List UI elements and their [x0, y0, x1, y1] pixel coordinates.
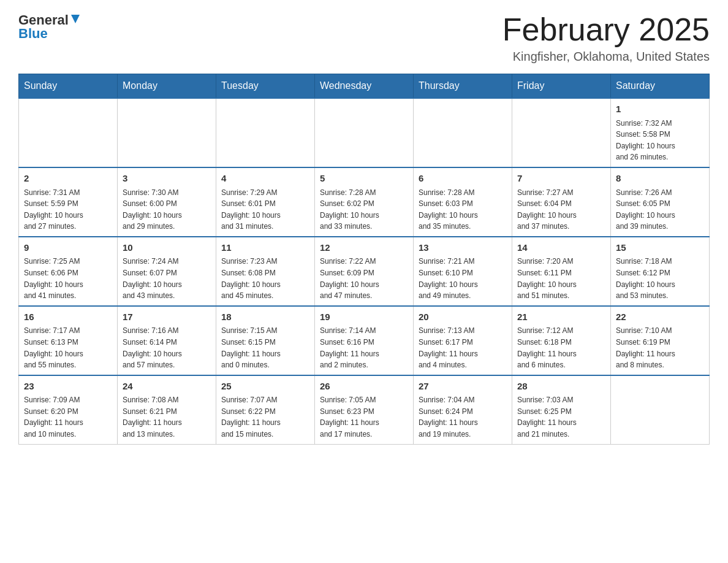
calendar-cell: 1Sunrise: 7:32 AMSunset: 5:58 PMDaylight…	[611, 98, 710, 167]
day-number: 2	[24, 172, 112, 186]
day-info: Sunrise: 7:07 AMSunset: 6:22 PMDaylight:…	[221, 394, 309, 440]
day-number: 24	[123, 380, 211, 394]
day-number: 11	[221, 241, 309, 255]
calendar-cell: 21Sunrise: 7:12 AMSunset: 6:18 PMDayligh…	[512, 306, 611, 375]
calendar-cell: 27Sunrise: 7:04 AMSunset: 6:24 PMDayligh…	[414, 375, 512, 444]
day-info: Sunrise: 7:14 AMSunset: 6:16 PMDaylight:…	[320, 325, 408, 370]
day-info: Sunrise: 7:18 AMSunset: 6:12 PMDaylight:…	[616, 256, 704, 301]
day-info: Sunrise: 7:16 AMSunset: 6:14 PMDaylight:…	[123, 325, 211, 370]
day-number: 18	[221, 310, 309, 324]
day-number: 23	[24, 380, 112, 394]
calendar-cell: 24Sunrise: 7:08 AMSunset: 6:21 PMDayligh…	[118, 375, 216, 444]
calendar-cell: 26Sunrise: 7:05 AMSunset: 6:23 PMDayligh…	[315, 375, 414, 444]
logo-triangle-icon	[69, 12, 82, 28]
calendar-cell: 28Sunrise: 7:03 AMSunset: 6:25 PMDayligh…	[512, 375, 611, 444]
day-info: Sunrise: 7:09 AMSunset: 6:20 PMDaylight:…	[24, 394, 112, 440]
calendar-cell: 2Sunrise: 7:31 AMSunset: 5:59 PMDaylight…	[19, 167, 118, 237]
day-number: 9	[24, 241, 112, 255]
day-number: 20	[419, 310, 507, 324]
day-info: Sunrise: 7:13 AMSunset: 6:17 PMDaylight:…	[419, 325, 507, 370]
page-header: General Blue February 2025 Kingfisher, O…	[18, 12, 710, 64]
day-info: Sunrise: 7:30 AMSunset: 6:00 PMDaylight:…	[123, 187, 211, 232]
calendar-cell	[315, 98, 414, 167]
day-info: Sunrise: 7:23 AMSunset: 6:08 PMDaylight:…	[221, 256, 309, 301]
day-number: 25	[221, 380, 309, 394]
title-section: February 2025 Kingfisher, Oklahoma, Unit…	[502, 12, 710, 64]
day-info: Sunrise: 7:31 AMSunset: 5:59 PMDaylight:…	[24, 187, 112, 232]
day-info: Sunrise: 7:17 AMSunset: 6:13 PMDaylight:…	[24, 325, 112, 370]
calendar-cell: 13Sunrise: 7:21 AMSunset: 6:10 PMDayligh…	[414, 237, 512, 306]
day-info: Sunrise: 7:15 AMSunset: 6:15 PMDaylight:…	[221, 325, 309, 370]
week-row-5: 23Sunrise: 7:09 AMSunset: 6:20 PMDayligh…	[19, 375, 710, 444]
day-number: 14	[517, 241, 605, 255]
calendar-title: February 2025	[502, 12, 710, 47]
day-info: Sunrise: 7:20 AMSunset: 6:11 PMDaylight:…	[517, 256, 605, 301]
day-header-sunday: Sunday	[19, 74, 118, 99]
day-info: Sunrise: 7:04 AMSunset: 6:24 PMDaylight:…	[419, 394, 507, 440]
calendar-cell: 3Sunrise: 7:30 AMSunset: 6:00 PMDaylight…	[118, 167, 216, 237]
day-info: Sunrise: 7:32 AMSunset: 5:58 PMDaylight:…	[616, 118, 704, 163]
day-header-friday: Friday	[512, 74, 611, 99]
calendar-cell: 8Sunrise: 7:26 AMSunset: 6:05 PMDaylight…	[611, 167, 710, 237]
week-row-3: 9Sunrise: 7:25 AMSunset: 6:06 PMDaylight…	[19, 237, 710, 306]
day-number: 1	[616, 102, 704, 117]
day-number: 5	[320, 172, 408, 186]
day-number: 15	[616, 241, 704, 255]
day-info: Sunrise: 7:28 AMSunset: 6:03 PMDaylight:…	[419, 187, 507, 232]
calendar-cell: 17Sunrise: 7:16 AMSunset: 6:14 PMDayligh…	[118, 306, 216, 375]
calendar-cell	[512, 98, 611, 167]
calendar-cell	[216, 98, 315, 167]
day-number: 22	[616, 310, 704, 324]
week-row-4: 16Sunrise: 7:17 AMSunset: 6:13 PMDayligh…	[19, 306, 710, 375]
day-number: 10	[123, 241, 211, 255]
calendar-cell: 20Sunrise: 7:13 AMSunset: 6:17 PMDayligh…	[414, 306, 512, 375]
calendar-cell: 7Sunrise: 7:27 AMSunset: 6:04 PMDaylight…	[512, 167, 611, 237]
calendar-cell: 14Sunrise: 7:20 AMSunset: 6:11 PMDayligh…	[512, 237, 611, 306]
day-info: Sunrise: 7:29 AMSunset: 6:01 PMDaylight:…	[221, 187, 309, 232]
day-info: Sunrise: 7:05 AMSunset: 6:23 PMDaylight:…	[320, 394, 408, 440]
calendar-cell: 11Sunrise: 7:23 AMSunset: 6:08 PMDayligh…	[216, 237, 315, 306]
logo-blue-text: Blue	[18, 26, 48, 42]
calendar-table: SundayMondayTuesdayWednesdayThursdayFrid…	[18, 74, 710, 444]
calendar-cell	[118, 98, 216, 167]
day-info: Sunrise: 7:10 AMSunset: 6:19 PMDaylight:…	[616, 325, 704, 370]
day-info: Sunrise: 7:25 AMSunset: 6:06 PMDaylight:…	[24, 256, 112, 301]
day-header-tuesday: Tuesday	[216, 74, 315, 99]
day-number: 19	[320, 310, 408, 324]
day-number: 4	[221, 172, 309, 186]
week-row-2: 2Sunrise: 7:31 AMSunset: 5:59 PMDaylight…	[19, 167, 710, 237]
day-number: 12	[320, 241, 408, 255]
day-info: Sunrise: 7:21 AMSunset: 6:10 PMDaylight:…	[419, 256, 507, 301]
logo: General Blue	[18, 12, 82, 42]
days-header-row: SundayMondayTuesdayWednesdayThursdayFrid…	[19, 74, 710, 99]
day-info: Sunrise: 7:08 AMSunset: 6:21 PMDaylight:…	[123, 394, 211, 440]
calendar-cell: 19Sunrise: 7:14 AMSunset: 6:16 PMDayligh…	[315, 306, 414, 375]
day-info: Sunrise: 7:03 AMSunset: 6:25 PMDaylight:…	[517, 394, 605, 440]
day-info: Sunrise: 7:27 AMSunset: 6:04 PMDaylight:…	[517, 187, 605, 232]
calendar-cell: 16Sunrise: 7:17 AMSunset: 6:13 PMDayligh…	[19, 306, 118, 375]
day-number: 21	[517, 310, 605, 324]
calendar-cell: 5Sunrise: 7:28 AMSunset: 6:02 PMDaylight…	[315, 167, 414, 237]
day-number: 28	[517, 380, 605, 394]
calendar-cell	[19, 98, 118, 167]
calendar-cell	[611, 375, 710, 444]
day-info: Sunrise: 7:12 AMSunset: 6:18 PMDaylight:…	[517, 325, 605, 370]
week-row-1: 1Sunrise: 7:32 AMSunset: 5:58 PMDaylight…	[19, 98, 710, 167]
svg-marker-0	[71, 15, 80, 23]
calendar-cell: 9Sunrise: 7:25 AMSunset: 6:06 PMDaylight…	[19, 237, 118, 306]
day-header-monday: Monday	[118, 74, 216, 99]
day-number: 26	[320, 380, 408, 394]
calendar-cell: 23Sunrise: 7:09 AMSunset: 6:20 PMDayligh…	[19, 375, 118, 444]
day-number: 13	[419, 241, 507, 255]
calendar-cell: 22Sunrise: 7:10 AMSunset: 6:19 PMDayligh…	[611, 306, 710, 375]
day-number: 17	[123, 310, 211, 324]
day-number: 3	[123, 172, 211, 186]
day-number: 27	[419, 380, 507, 394]
day-header-saturday: Saturday	[611, 74, 710, 99]
day-header-thursday: Thursday	[414, 74, 512, 99]
day-info: Sunrise: 7:28 AMSunset: 6:02 PMDaylight:…	[320, 187, 408, 232]
day-number: 6	[419, 172, 507, 186]
calendar-cell: 18Sunrise: 7:15 AMSunset: 6:15 PMDayligh…	[216, 306, 315, 375]
day-number: 8	[616, 172, 704, 186]
calendar-cell: 10Sunrise: 7:24 AMSunset: 6:07 PMDayligh…	[118, 237, 216, 306]
